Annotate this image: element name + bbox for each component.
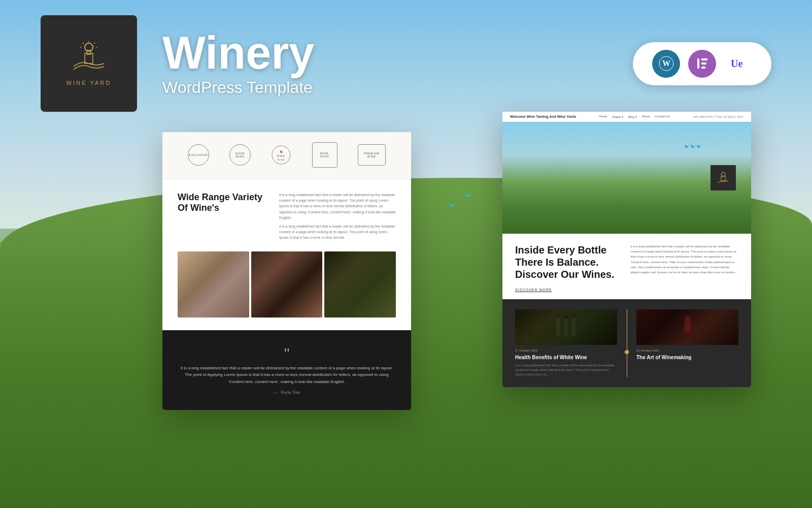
nav-blog[interactable]: Blog ▾: [628, 115, 637, 118]
heading-col: Inside Every Bottle There Is Balance. Di…: [515, 244, 623, 292]
elementor-badge: [688, 50, 716, 78]
hero-birds: 🐦 🐦 🐦: [684, 144, 701, 149]
blog-title-2: The Art of Winemaking: [636, 354, 738, 361]
svg-rect-23: [564, 318, 568, 337]
nav-brand: Welcome Wine Tasting And Wine Yards: [510, 115, 576, 118]
content-row: Inside Every Bottle There Is Balance. Di…: [515, 244, 738, 292]
brand-good: GOODWINE: [229, 144, 251, 167]
svg-text:KING: KING: [277, 154, 285, 157]
logo-icon: [69, 41, 109, 76]
nav-links: Home Pages ▾ Blog ▾ About Contact Us: [599, 115, 670, 118]
nav-contact-info: +46 (456) 678 | © Nov 13 2021 | 55°F: [693, 115, 743, 118]
preview-right-card: Welcome Wine Tasting And Wine Yards Home…: [502, 112, 751, 387]
nav-about[interactable]: About: [642, 115, 650, 118]
preview-left-card: EXCLUSIVE GOODWINE 🍇 KING WINE: [162, 132, 411, 410]
discover-link[interactable]: DISCOVER MORE: [515, 288, 623, 292]
quote-container: " It is a long established fact that a r…: [178, 345, 396, 395]
svg-text:🍇: 🍇: [280, 150, 283, 153]
svg-rect-26: [564, 316, 568, 319]
right-section-heading: Inside Every Bottle There Is Balance. Di…: [515, 244, 617, 280]
svg-rect-12: [701, 62, 706, 65]
body-text-1: It is a long established fact that a rea…: [279, 192, 396, 220]
blog-image-1: [515, 309, 617, 345]
wine-woman-image: [178, 251, 249, 318]
svg-rect-13: [701, 67, 705, 69]
nav-pages[interactable]: Pages ▾: [612, 115, 623, 118]
ue-badge: Ue: [724, 50, 752, 78]
svg-rect-11: [701, 58, 707, 60]
quote-author: — Rocky Tom: [178, 390, 396, 395]
svg-rect-25: [556, 314, 560, 318]
blog-date-1: 27 October 2021: [515, 349, 617, 352]
page-subtitle: WordPress Template: [162, 78, 633, 97]
svg-rect-27: [571, 314, 576, 318]
platform-badges: W Ue: [633, 42, 771, 85]
timeline-dot: [625, 350, 629, 354]
svg-line-4: [83, 43, 84, 44]
svg-rect-22: [556, 316, 560, 336]
svg-text:Ue: Ue: [731, 58, 742, 69]
top-header: WINE YARD Winery WordPress Template W: [0, 15, 812, 112]
content-row: Wide Range Variety Of Wine's It is a lon…: [178, 192, 396, 244]
blog-image-2: [636, 309, 738, 345]
svg-text:WINE: WINE: [278, 158, 285, 161]
title-block: Winery WordPress Template: [162, 30, 633, 97]
testimonial-section: " It is a long established fact that a r…: [162, 330, 411, 410]
content-right: It is a long established fact that a rea…: [279, 192, 396, 244]
preview-nav: Welcome Wine Tasting And Wine Yards Home…: [502, 112, 751, 122]
brands-row: EXCLUSIVE GOODWINE 🍇 KING WINE: [162, 132, 411, 179]
logo-box: WINE YARD: [41, 15, 137, 112]
body-text-2: It is a long established fact that a rea…: [279, 224, 396, 241]
wordpress-badge: W: [652, 50, 680, 78]
content-left: Wide Range Variety Of Wine's: [178, 192, 269, 244]
brand-king: 🍇 KING WINE: [271, 145, 291, 166]
blog-title-1: Health Benefits of White Wine: [515, 354, 617, 361]
page-title: Winery: [162, 30, 633, 76]
brand-wine-shop: WINESHOP: [312, 142, 337, 169]
logo-text: WINE YARD: [66, 80, 111, 86]
blog-post-1: 27 October 2021 Health Benefits of White…: [515, 309, 617, 377]
brand-premium: PREMIUMWINE: [358, 144, 386, 167]
right-content-area: Inside Every Bottle There Is Balance. Di…: [502, 234, 751, 299]
svg-point-28: [684, 331, 691, 334]
preview-content: Wide Range Variety Of Wine's It is a lon…: [162, 179, 411, 330]
nav-contact[interactable]: Contact Us: [655, 115, 670, 118]
svg-line-2: [94, 43, 95, 44]
quote-mark: ": [178, 345, 396, 361]
svg-rect-24: [571, 316, 576, 336]
svg-rect-6: [85, 53, 93, 64]
wine-glass-image: [251, 251, 323, 318]
timeline: [625, 309, 629, 377]
nav-home[interactable]: Home: [599, 115, 607, 118]
brand-exclusive: EXCLUSIVE: [188, 144, 209, 167]
text-col: It is a long established fact that a rea…: [631, 244, 739, 292]
hero-logo: [710, 165, 736, 190]
blog-date-2: 12 October 2021: [636, 349, 738, 352]
right-body-text: It is a long established fact that a rea…: [631, 244, 739, 275]
blog-section: 27 October 2021 Health Benefits of White…: [502, 299, 751, 387]
svg-text:W: W: [662, 59, 670, 68]
hero-image: 🐦 🐦 🐦: [502, 122, 751, 234]
blog-excerpt-1: It is a long established fact that a rea…: [515, 363, 617, 377]
preview-images: [178, 251, 396, 318]
page-container: WINE YARD Winery WordPress Template W: [0, 0, 812, 508]
svg-rect-10: [697, 58, 699, 69]
quote-text: It is a long established fact that a rea…: [178, 365, 396, 386]
blog-post-2: 12 October 2021 The Art of Winemaking: [636, 309, 738, 377]
section-heading: Wide Range Variety Of Wine's: [178, 192, 269, 213]
grapes-image: [324, 251, 396, 318]
